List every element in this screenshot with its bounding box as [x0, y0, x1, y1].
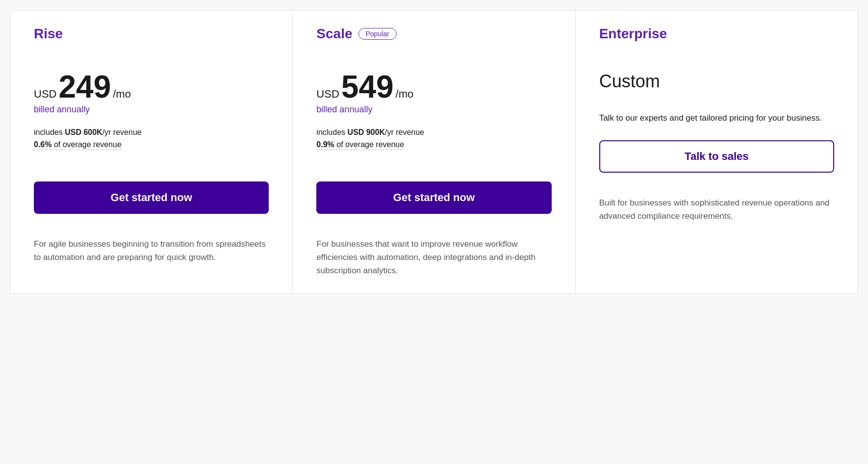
price-line-scale: USD 549 /mo	[316, 71, 551, 103]
plan-header-enterprise: Enterprise	[599, 26, 834, 42]
price-section-scale: USD 549 /mo billed annually	[316, 71, 551, 115]
price-amount-scale: 549	[341, 71, 394, 103]
price-section-enterprise: Custom	[599, 71, 834, 92]
overage-text-scale: 0.9% of overage revenue	[316, 140, 404, 150]
pricing-card-enterprise: Enterprise Custom Talk to our experts an…	[576, 10, 858, 294]
includes-block-rise: includes USD 600K/yr revenue 0.6% of ove…	[34, 127, 269, 166]
plan-description-scale: For businesses that want to improve reve…	[316, 237, 551, 278]
plan-header-scale: Scale Popular	[316, 26, 551, 42]
overage-text-rise: 0.6% of overage revenue	[34, 140, 122, 150]
plan-name-rise: Rise	[34, 26, 63, 42]
billed-annually-scale: billed annually	[316, 104, 551, 115]
price-section-rise: USD 249 /mo billed annually	[34, 71, 269, 115]
plan-description-enterprise: Built for businesses with sophisticated …	[599, 196, 834, 223]
pricing-card-rise: Rise USD 249 /mo billed annually include…	[10, 10, 293, 294]
pricing-card-scale: Scale Popular USD 549 /mo billed annuall…	[293, 10, 575, 294]
talk-to-sales-button[interactable]: Talk to sales	[599, 140, 834, 173]
price-currency-rise: USD	[34, 88, 56, 101]
enterprise-custom-desc: Talk to our experts and get tailored pri…	[599, 111, 834, 125]
plan-name-enterprise: Enterprise	[599, 26, 667, 42]
includes-text-rise: includes USD 600K/yr revenue	[34, 127, 269, 138]
custom-price-enterprise: Custom	[599, 71, 834, 92]
plan-header-rise: Rise	[34, 26, 269, 42]
includes-text-scale: includes USD 900K/yr revenue	[316, 127, 551, 138]
plan-name-scale: Scale	[316, 26, 352, 42]
get-started-button-scale[interactable]: Get started now	[316, 181, 551, 214]
includes-block-scale: includes USD 900K/yr revenue 0.9% of ove…	[316, 127, 551, 166]
price-amount-rise: 249	[58, 71, 111, 103]
get-started-button-rise[interactable]: Get started now	[34, 181, 269, 214]
price-period-rise: /mo	[113, 88, 131, 101]
price-line-rise: USD 249 /mo	[34, 71, 269, 103]
billed-annually-rise: billed annually	[34, 104, 269, 115]
popular-badge-scale: Popular	[358, 28, 397, 40]
pricing-container: Rise USD 249 /mo billed annually include…	[10, 10, 858, 294]
plan-description-rise: For agile businesses beginning to transi…	[34, 237, 269, 264]
price-currency-scale: USD	[316, 88, 339, 101]
price-period-scale: /mo	[396, 88, 414, 101]
